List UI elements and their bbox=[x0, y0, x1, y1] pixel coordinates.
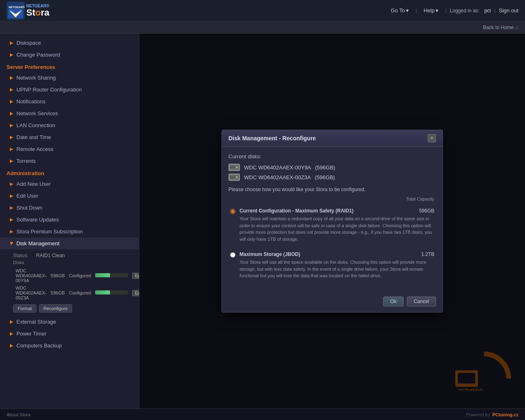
arrow-open-icon: ▶ bbox=[9, 242, 14, 245]
back-bar: Back to Home ⌂ bbox=[0, 21, 525, 34]
sidebar-item-add-new-user[interactable]: ▶ Add New User bbox=[0, 178, 139, 190]
config-option-jbod-desc: Your Stora will use all the space availa… bbox=[240, 259, 434, 279]
disk-status: Configured bbox=[67, 285, 93, 301]
sidebar-item-change-password[interactable]: ▶ Change Password bbox=[0, 49, 139, 61]
arrow-icon: ▶ bbox=[10, 40, 13, 46]
sidebar-item-remote-access[interactable]: ▶ Remote Access bbox=[0, 143, 139, 155]
modal-disk-2-size: (596GB) bbox=[315, 174, 335, 180]
sidebar-item-lan-connection[interactable]: ▶ LAN Connection bbox=[0, 119, 139, 131]
arrow-icon: ▶ bbox=[10, 75, 13, 80]
sidebar-item-power-timer[interactable]: ▶ Power Timer bbox=[0, 328, 139, 340]
footer: About Stora Powered by PCtuning.cz bbox=[0, 409, 525, 420]
sidebar-item-disk-management[interactable]: ▶ Disk Management bbox=[0, 237, 139, 249]
config-option-jbod: Maximum Storage (JBOD) 1.2TB Your Stora … bbox=[228, 249, 436, 282]
sidebar-item-diskspace[interactable]: ▶ Diskspace bbox=[0, 37, 139, 49]
sidebar-item-label: Network Sharing bbox=[16, 75, 56, 81]
help-chevron-icon: ▾ bbox=[436, 7, 438, 14]
sidebar-item-external-storage[interactable]: ▶ External Storage bbox=[0, 316, 139, 328]
disks-label: Disks bbox=[13, 260, 132, 265]
go-to-chevron-icon: ▾ bbox=[406, 7, 409, 14]
logo-stora: Stora bbox=[26, 8, 49, 17]
status-label: Status: bbox=[13, 253, 33, 258]
sidebar-item-network-sharing[interactable]: ▶ Network Sharing bbox=[0, 72, 139, 84]
modal-cancel-button[interactable]: Cancel bbox=[407, 297, 436, 306]
modal-disk-1-name: WDC WD6402AAEX-00Y9A bbox=[244, 164, 311, 171]
config-option-raid1: Current Configuration - Maximum Safety (… bbox=[228, 205, 436, 245]
modal-disk-1: WDC WD6402AAEX-00Y9A (596GB) bbox=[228, 164, 436, 171]
svg-rect-15 bbox=[230, 176, 235, 178]
nav-divider-2: | bbox=[445, 7, 446, 14]
arrow-icon: ▶ bbox=[10, 146, 13, 152]
sign-out-link[interactable]: Sign out bbox=[499, 7, 518, 14]
modal-disk-2-name: WDC WD6402AAEX-00Z3A bbox=[244, 174, 311, 180]
sidebar-item-label: UPNP Router Configuration bbox=[16, 87, 82, 93]
disk-progress-cell bbox=[94, 285, 130, 301]
main-layout: ▶ Diskspace ▶ Change Password Server Pre… bbox=[0, 34, 525, 409]
help-button[interactable]: Help ▾ bbox=[420, 6, 442, 15]
sidebar-item-computers-backup[interactable]: ▶ Computers Backup bbox=[0, 340, 139, 352]
arrow-icon: ▶ bbox=[10, 331, 13, 336]
sidebar-item-label: External Storage bbox=[16, 319, 56, 325]
sidebar-item-edit-user[interactable]: ▶ Edit User bbox=[0, 190, 139, 202]
disk-progress-bar bbox=[95, 290, 128, 294]
svg-point-10 bbox=[236, 167, 238, 169]
arrow-icon: ▶ bbox=[10, 217, 13, 222]
header-nav: Go To ▾ | Help ▾ | Logged in as: pct | S… bbox=[388, 6, 518, 15]
sidebar-item-software-updates[interactable]: ▶ Software Updates bbox=[0, 214, 139, 226]
sidebar-item-label: Remote Access bbox=[16, 146, 53, 152]
logged-in-user: pct bbox=[484, 8, 491, 14]
sidebar-item-shut-down[interactable]: ▶ Shut Down bbox=[0, 202, 139, 214]
arrow-icon: ▶ bbox=[10, 111, 13, 116]
config-option-raid1-content: Current Configuration - Maximum Safety (… bbox=[240, 208, 434, 242]
modal-close-button[interactable]: × bbox=[428, 134, 436, 142]
sidebar-item-label: LAN Connection bbox=[16, 122, 55, 128]
disk-status-row: Status: RAID1 Clean bbox=[13, 253, 132, 258]
config-radio-jbod[interactable] bbox=[230, 252, 235, 258]
server-prefs-section-label: Server Preferences bbox=[0, 61, 139, 72]
powered-by: Powered by PCtuning.cz bbox=[466, 412, 518, 417]
modal-header: Disk Management - Reconfigure × bbox=[222, 130, 443, 147]
config-prompt: Please choose how you would like your St… bbox=[228, 187, 436, 192]
arrow-icon: ▶ bbox=[10, 181, 13, 187]
reconfigure-button[interactable]: Reconfigure bbox=[39, 304, 72, 313]
go-to-button[interactable]: Go To ▾ bbox=[388, 6, 412, 15]
sidebar-item-notifications[interactable]: ▶ Notifications bbox=[0, 96, 139, 107]
sidebar-item-upnp-router[interactable]: ▶ UPNP Router Configuration bbox=[0, 84, 139, 96]
config-option-raid1-desc: Your Stora will maintain a redundant cop… bbox=[240, 215, 434, 242]
sidebar-item-torrents[interactable]: ▶ Torrents bbox=[0, 155, 139, 167]
status-value: RAID1 Clean bbox=[36, 253, 65, 258]
go-to-label: Go To bbox=[391, 7, 405, 14]
nav-divider-1: | bbox=[415, 7, 417, 14]
sidebar-item-label: Torrents bbox=[16, 158, 36, 164]
disk-eject-button-2[interactable]: Eject bbox=[132, 290, 139, 296]
sidebar-item-stora-premium[interactable]: ▶ Stora Premium Subscription bbox=[0, 226, 139, 237]
arrow-icon: ▶ bbox=[10, 52, 13, 57]
sidebar-item-label: Computers Backup bbox=[16, 342, 62, 349]
modal-ok-button[interactable]: Ok bbox=[383, 297, 403, 306]
table-row: WDC WD6402AAEX-00Z3A 596GB Configured Ej… bbox=[14, 285, 139, 301]
config-radio-raid1[interactable] bbox=[230, 209, 235, 214]
format-button[interactable]: Format bbox=[13, 304, 37, 313]
about-stora-link[interactable]: About Stora bbox=[7, 412, 30, 417]
back-to-home-link[interactable]: Back to Home ⌂ bbox=[483, 25, 518, 30]
header: NETGEAR® NETGEAR® Stora Go To ▾ | Help ▾… bbox=[0, 0, 525, 21]
modal-disk-2: WDC WD6402AAEX-00Z3A (596GB) bbox=[228, 173, 436, 181]
total-capacity-label: Total Capacity bbox=[406, 196, 434, 201]
sidebar-item-network-services[interactable]: ▶ Network Services bbox=[0, 107, 139, 119]
sidebar-item-label: Add New User bbox=[16, 181, 51, 187]
disk-drive-icon bbox=[228, 164, 240, 171]
current-disks-label: Current disks: bbox=[228, 153, 436, 160]
modal-body: Current disks: WDC WD6402AAEX-00Y9A (596 bbox=[222, 147, 443, 292]
back-home-arrow-icon: ⌂ bbox=[516, 25, 518, 30]
disk-eject-button[interactable]: Eject bbox=[132, 273, 139, 279]
sidebar-item-label: Shut Down bbox=[16, 205, 43, 211]
powered-by-label: Powered by bbox=[466, 412, 490, 417]
sidebar-item-label: Edit User bbox=[16, 193, 38, 199]
sidebar-item-label: Stora Premium Subscription bbox=[16, 228, 83, 235]
modal-title: Disk Management - Reconfigure bbox=[228, 135, 316, 142]
logo: NETGEAR® NETGEAR® Stora bbox=[7, 2, 49, 20]
svg-rect-11 bbox=[230, 167, 235, 168]
disks-table: WDC WD6402AAEX-00Y9A 596GB Configured Ej… bbox=[13, 267, 139, 302]
sidebar-item-date-time[interactable]: ▶ Date and Time bbox=[0, 131, 139, 143]
arrow-icon: ▶ bbox=[10, 158, 13, 164]
